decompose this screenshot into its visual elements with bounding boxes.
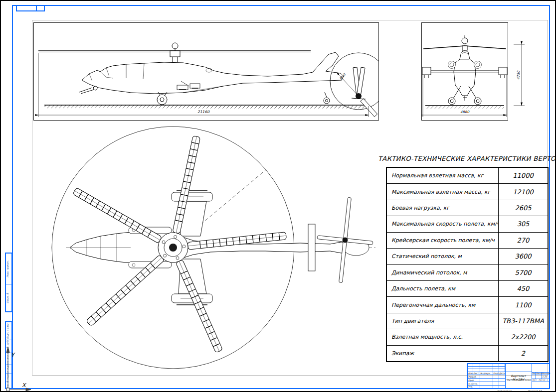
margin-cell-label: Перв. примен. <box>6 261 9 277</box>
landing-gear-side <box>157 92 330 105</box>
tb-staff-label: Пров. <box>468 380 474 382</box>
spec-param-label: Крейсерская скорость полета, км/ч <box>387 233 498 248</box>
spec-param-label: Боевая нагрузка, кг <box>387 200 498 216</box>
height-dimension: 4750 <box>514 22 528 121</box>
spec-row: Тип двигателяТВ3-117ВМА <box>387 313 548 329</box>
tb-rev-header: Лист <box>473 373 479 375</box>
spec-param-label: Статический потолок, м <box>387 249 498 264</box>
spec-row: Максимальная скорость полета, км/ч305 <box>387 216 548 232</box>
spec-table-title: ТАКТИКО-ТЕХНИЧЕСКИЕ ХАРАКТЕРИСТИКИ ВЕРТО… <box>378 155 551 162</box>
spec-param-value: 305 <box>498 216 548 232</box>
ground-line <box>44 105 369 109</box>
tb-sheets-label: Листов <box>539 380 545 382</box>
tb-staff-label: Н.контр. <box>468 383 478 385</box>
main-rotor-front <box>423 35 506 50</box>
spec-param-label: Перегоночная дальность, км <box>387 297 498 312</box>
spec-param-value: 2 <box>498 346 548 361</box>
spec-param-label: Максимальная скорость полета, км/ч <box>387 216 498 232</box>
drawing-sheet: Перв. примен. Справ. № Подп. и дата Инв.… <box>0 0 556 392</box>
spec-param-label: Тип двигателя <box>387 313 498 329</box>
margin-column-upper: Перв. примен. Справ. № <box>5 253 12 312</box>
tb-staff-label: Разраб. <box>468 376 476 378</box>
spec-row: Крейсерская скорость полета, км/ч270 <box>387 232 548 248</box>
spec-param-value: 3600 <box>498 249 548 264</box>
cannon-side <box>79 86 97 94</box>
spec-row: Динамический потолок, м5700 <box>387 264 548 280</box>
spec-param-label: Максимальная взлетная масса, кг <box>387 184 498 199</box>
tb-scale-value: 1:25 <box>542 376 547 379</box>
ground-line-front <box>425 106 504 109</box>
length-dim-label: 21160 <box>197 110 210 114</box>
spec-param-value: 12100 <box>498 184 548 199</box>
spec-param-value: 2605 <box>498 200 548 216</box>
tb-sheets-value: 1 <box>547 380 548 382</box>
spec-param-label: Экипаж <box>387 346 498 361</box>
format-label: Формат A1 <box>528 390 542 392</box>
spec-param-value: 1100 <box>498 297 548 312</box>
fuselage-side <box>82 52 344 94</box>
cad-axes-icon: Y X <box>1 344 32 392</box>
margin-cell: Перв. примен. <box>6 254 11 284</box>
copied-label: Копировал <box>497 390 512 392</box>
tail-rotor-top <box>317 197 373 283</box>
helicopter-side-view: 3840 21160 <box>33 22 379 121</box>
spec-row: Дальность полета, км450 <box>387 280 548 296</box>
spec-param-label: Дальность полета, км <box>387 281 498 296</box>
margin-cell-label: Подп. и дата <box>6 323 9 339</box>
tb-sheet-label: Лист <box>532 380 537 382</box>
corner-extra-box <box>16 5 45 11</box>
tb-staff-label: Утв. <box>468 386 473 388</box>
spec-param-value: 2х2200 <box>498 329 548 345</box>
spec-param-value: ТВ3-117ВМА <box>498 313 548 329</box>
title-block: Изм. Лист № докум. Подп. Дата Разраб. Пр… <box>467 363 550 389</box>
spec-param-label: Взлетная мощность, л.с. <box>387 329 498 345</box>
fuselage-front <box>454 51 476 96</box>
tb-name-cell: Вертолет Ми-28Н Чертеж общего вида <box>505 373 532 387</box>
margin-cell: Справ. № <box>6 284 11 311</box>
spec-param-label: Нормальная взлетная масса, кг <box>387 168 498 183</box>
spec-param-label: Динамический потолок, м <box>387 265 498 280</box>
tb-doc-name: Чертеж общего вида <box>505 379 532 381</box>
spec-table: Нормальная взлетная масса, кг11000Максим… <box>386 167 549 362</box>
spec-row: Нормальная взлетная масса, кг11000 <box>387 168 548 183</box>
spec-row: Экипаж2 <box>387 345 548 361</box>
margin-cell: Подп. и дата <box>6 322 11 340</box>
axis-x-label: X <box>22 382 27 389</box>
axis-y-label: Y <box>11 352 15 358</box>
tb-designation-cell <box>505 364 532 372</box>
spec-param-value: 450 <box>498 281 548 296</box>
spec-param-value: 11000 <box>498 168 548 183</box>
main-rotor-side <box>38 43 311 62</box>
helicopter-top-view <box>31 126 380 375</box>
tb-rev-header: № докум. <box>480 373 491 375</box>
cannon-front <box>463 96 467 101</box>
helicopter-front-view: 4880 <box>421 22 508 121</box>
tb-rev-header: Дата <box>499 373 505 375</box>
spec-row: Взлетная мощность, л.с.2х2200 <box>387 329 548 345</box>
width-dim-label: 4880 <box>460 110 469 114</box>
spec-param-value: 5700 <box>498 265 548 280</box>
radar-dome <box>172 43 178 49</box>
spec-row: Боевая нагрузка, кг2605 <box>387 200 548 216</box>
height-dim-label: 4750 <box>517 71 521 80</box>
spec-row: Статический потолок, м3600 <box>387 248 548 264</box>
rotor-hub <box>158 233 188 262</box>
radar-dome-front <box>462 38 468 44</box>
stabilizer-top <box>308 224 315 271</box>
spec-row: Максимальная взлетная масса, кг12100 <box>387 183 548 199</box>
margin-cell-label: Справ. № <box>6 292 9 303</box>
spec-row: Перегоночная дальность, км1100 <box>387 296 548 312</box>
spec-param-value: 270 <box>498 233 548 248</box>
